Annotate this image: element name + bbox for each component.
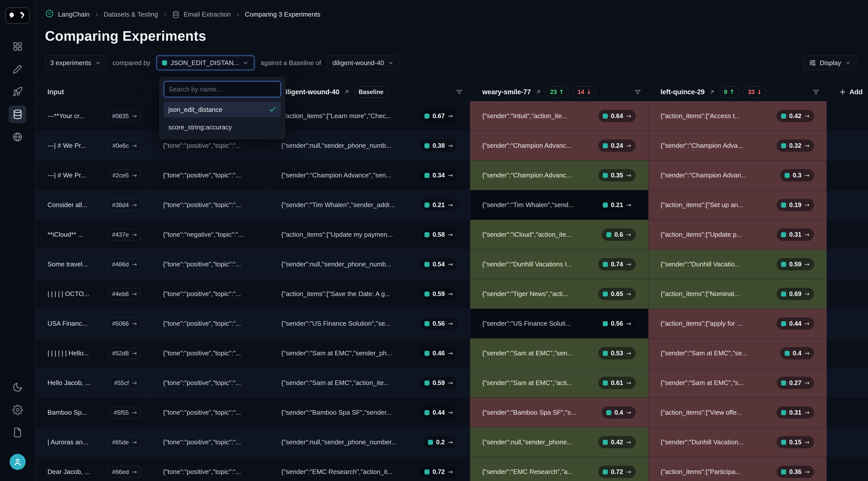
row-id-badge[interactable]: #66ed→ — [108, 466, 141, 478]
add-experiment-button[interactable]: Add — [839, 88, 863, 96]
experiment-output-cell[interactable]: {"action_items":["Nominat...0.69→ — [649, 279, 827, 309]
score-badge[interactable]: 0.61→ — [598, 377, 636, 389]
reference-output-cell[interactable]: {"tone":"positive","topic":"... — [151, 249, 269, 279]
score-badge[interactable]: 0.44→ — [420, 407, 457, 419]
score-badge[interactable]: 0.4→ — [602, 407, 636, 419]
experiment-output-cell[interactable]: {"sender":"iCloud","action_ite...0.6→ — [470, 220, 649, 249]
regressed-count-badge[interactable]: 14↓ — [572, 86, 596, 98]
experiment-output-cell[interactable]: {"sender":"Sam at EMC","sender_ph...0.46… — [269, 338, 470, 368]
experiment-output-cell[interactable]: {"sender":null,"sender_phone_numb...0.38… — [269, 131, 470, 160]
score-badge[interactable]: 0.42→ — [598, 436, 636, 448]
input-cell[interactable]: Consider all...#38d4→ — [35, 190, 151, 220]
input-cell[interactable]: Some travel...#486d→ — [35, 249, 151, 279]
breadcrumb-dataset[interactable]: Email Extraction — [184, 10, 231, 18]
input-cell[interactable]: | Auroras an...#65de→ — [35, 427, 151, 457]
deployments-rocket-icon[interactable] — [9, 83, 26, 100]
breadcrumb-section[interactable]: Datasets & Testing — [104, 10, 158, 18]
score-badge[interactable]: 0.64→ — [598, 110, 636, 122]
input-cell[interactable]: ---| # We Pr...#2ce5→ — [35, 160, 151, 190]
experiment-output-cell[interactable]: {"sender":"Champion Advanc...0.35→ — [470, 160, 649, 190]
score-badge[interactable]: 0.6→ — [602, 229, 636, 241]
score-badge[interactable]: 0.56→ — [598, 318, 636, 330]
experiment-output-cell[interactable]: {"sender":"Sam at EMC","s...0.27→ — [649, 368, 827, 397]
experiment-output-cell[interactable]: {"action_items":["apply for ...0.44→ — [649, 309, 827, 338]
score-badge[interactable]: 0.59→ — [777, 258, 814, 270]
experiment-output-cell[interactable]: {"sender":"Champion Advance","sen...0.34… — [269, 160, 470, 190]
experiment-output-cell[interactable]: {"sender":"Tiger News","acti...0.65→ — [470, 279, 649, 309]
user-avatar[interactable] — [9, 454, 26, 470]
experiment-link[interactable]: weary-smile-77 — [482, 88, 531, 96]
score-badge[interactable]: 0.27→ — [777, 377, 814, 389]
display-button[interactable]: Display — [803, 56, 857, 70]
score-badge[interactable]: 0.53→ — [598, 347, 636, 359]
score-badge[interactable]: 0.4→ — [780, 347, 814, 359]
score-badge[interactable]: 0.19→ — [777, 199, 814, 211]
score-badge[interactable]: 0.59→ — [420, 288, 457, 300]
reference-output-cell[interactable]: {"tone":"negative","topic":"... — [151, 220, 269, 249]
experiment-output-cell[interactable]: {"action_items":["View offe...0.31→ — [649, 398, 827, 427]
experiment-output-cell[interactable]: {"sender":"Sam at EMC","sen...0.53→ — [470, 338, 649, 368]
reference-output-cell[interactable]: {"tone":"positive","topic":"... — [151, 160, 269, 190]
score-badge[interactable]: 0.34→ — [420, 169, 457, 181]
app-logo[interactable] — [5, 7, 30, 24]
experiment-output-cell[interactable]: {"sender":"EMC Research","action_it...0.… — [269, 457, 470, 481]
score-badge[interactable]: 0.32→ — [777, 140, 814, 152]
reference-output-cell[interactable]: {"tone":"positive","topic":"... — [151, 309, 269, 338]
experiment-output-cell[interactable]: {"sender":"Champion Advan...0.3→ — [649, 160, 827, 190]
filter-icon[interactable] — [810, 86, 822, 97]
regressed-count-badge[interactable]: 33↓ — [743, 86, 767, 98]
experiment-output-cell[interactable]: {"action_items":["Update p...0.31→ — [649, 220, 827, 249]
score-badge[interactable]: 0.3→ — [780, 169, 814, 181]
feedback-key-select[interactable]: JSON_EDIT_DISTAN... — [156, 56, 255, 70]
input-cell[interactable]: **iCloud** ...#437e→ — [35, 220, 151, 249]
reference-output-cell[interactable]: {"tone":"positive","topic":"... — [151, 368, 269, 397]
input-cell[interactable]: | | | | | | Hello...#52d8→ — [35, 338, 151, 368]
experiment-output-cell[interactable]: {"sender":"Sam at EMC","se...0.4→ — [649, 338, 827, 368]
score-badge[interactable]: 0.31→ — [777, 229, 814, 241]
input-cell[interactable]: | | | | | OCTO...#4eb6→ — [35, 279, 151, 309]
score-badge[interactable]: 0.2→ — [424, 436, 457, 448]
row-id-badge[interactable]: #0e6c→ — [109, 140, 141, 152]
experiment-output-cell[interactable]: {"sender":"Sam at EMC","action_ite...0.5… — [269, 368, 470, 397]
experiment-output-cell[interactable]: {"sender":"Dunhill Vacation...0.15→ — [649, 427, 827, 457]
input-cell[interactable]: USA Financ...#5066→ — [35, 309, 151, 338]
experiment-output-cell[interactable]: {"action_items":["Access t...0.42→ — [649, 101, 827, 131]
experiment-output-cell[interactable]: {"sender":"Sam at EMC","acti...0.61→ — [470, 368, 649, 397]
score-badge[interactable]: 0.59→ — [420, 377, 457, 389]
experiment-output-cell[interactable]: {"sender":"Champion Adva...0.32→ — [649, 131, 827, 160]
score-badge[interactable]: 0.65→ — [598, 288, 636, 300]
search-input[interactable] — [164, 81, 281, 97]
row-id-badge[interactable]: #437e→ — [108, 229, 141, 241]
experiment-output-cell[interactable]: {"sender":"Tim Whalen","sender_addr...0.… — [269, 190, 470, 220]
reference-output-cell[interactable]: {"tone":"positive","topic":"... — [151, 398, 269, 427]
input-cell[interactable]: Dear Jacob, ...#66ed→ — [35, 457, 151, 481]
dropdown-option-json-edit-distance[interactable]: json_edit_distance — [164, 102, 281, 117]
experiment-output-cell[interactable]: {"action_items":["Set up an...0.19→ — [649, 190, 827, 220]
row-id-badge[interactable]: #65de→ — [108, 437, 141, 448]
row-id-badge[interactable]: #38d4→ — [108, 199, 141, 211]
score-badge[interactable]: 0.31→ — [777, 407, 814, 419]
row-id-badge[interactable]: #4eb6→ — [108, 288, 141, 300]
reference-output-cell[interactable]: {"tone":"positive","topic":"... — [151, 427, 269, 457]
score-badge[interactable]: 0.54→ — [420, 258, 457, 270]
score-badge[interactable]: 0.69→ — [777, 288, 814, 300]
input-cell[interactable]: ---**Your cr...#0835→ — [35, 101, 151, 131]
score-badge[interactable]: 0.56→ — [420, 318, 457, 330]
score-badge[interactable]: 0.74→ — [598, 258, 636, 270]
experiment-output-cell[interactable]: {"action_items":["Learn more","Chec...0.… — [269, 101, 470, 131]
home-grid-icon[interactable] — [9, 38, 26, 55]
filter-icon[interactable] — [454, 86, 465, 97]
datasets-database-icon[interactable] — [9, 106, 26, 123]
hub-globe-icon[interactable] — [9, 128, 26, 146]
input-cell[interactable]: ---| # We Pr...#0e6c→ — [35, 131, 151, 160]
score-badge[interactable]: 0.67→ — [420, 110, 457, 122]
experiment-output-cell[interactable]: {"action_items":["Participa...0.36→ — [649, 457, 827, 481]
improved-count-badge[interactable]: 9↑ — [719, 86, 739, 98]
score-badge[interactable]: 0.44→ — [777, 318, 814, 330]
row-id-badge[interactable]: #5f55→ — [110, 407, 141, 418]
score-badge[interactable]: 0.21→ — [420, 199, 457, 211]
theme-moon-icon[interactable] — [9, 379, 26, 396]
row-id-badge[interactable]: #5066→ — [108, 318, 141, 329]
score-badge[interactable]: 0.38→ — [420, 140, 457, 152]
experiment-link[interactable]: left-quince-29 — [660, 88, 705, 96]
